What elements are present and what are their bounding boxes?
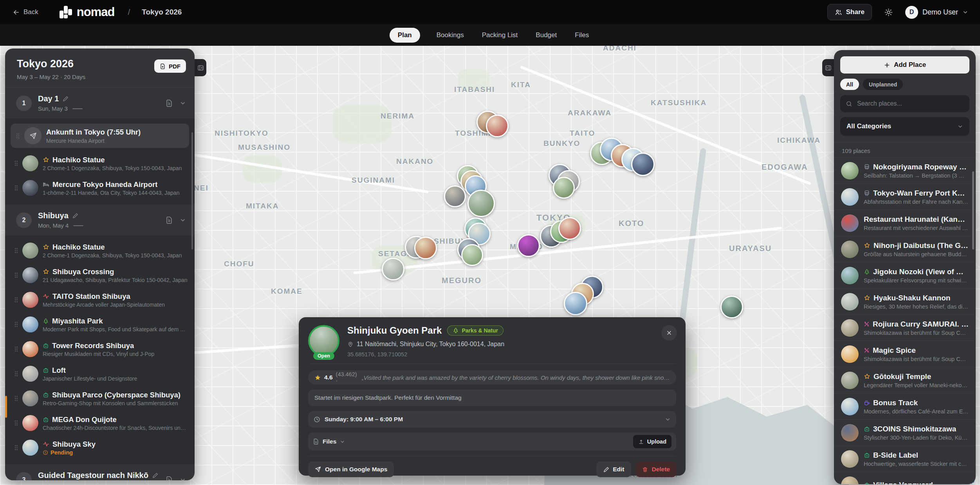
- itinerary-place-row[interactable]: MEGA Don Quijote Chaotischer 24h-Discoun…: [5, 411, 195, 435]
- map-marker[interactable]: [444, 185, 466, 207]
- day-header[interactable]: 3 Guided Tagestour nach Nikkō Tue, May 5: [5, 464, 195, 480]
- day-notes-icon[interactable]: [165, 99, 173, 107]
- upload-button[interactable]: Upload: [633, 435, 671, 448]
- delete-button[interactable]: Delete: [636, 462, 676, 477]
- map-marker[interactable]: [631, 153, 655, 176]
- collapse-left-panel-button[interactable]: [195, 59, 206, 76]
- export-pdf-button[interactable]: PDF: [154, 59, 186, 73]
- drag-handle-icon[interactable]: [14, 346, 18, 352]
- itinerary-event-card[interactable]: Ankunft in Tokyo (7:55 Uhr) Mercure Hane…: [11, 124, 189, 148]
- place-subtitle: Moderner Park mit Shops, Food und Skatep…: [43, 326, 188, 332]
- tab-plan[interactable]: Plan: [390, 28, 420, 43]
- tab-packing-list[interactable]: Packing List: [480, 28, 520, 43]
- opening-hours-row[interactable]: Sunday: 9:00 AM – 6:00 PM: [308, 411, 676, 428]
- tab-files[interactable]: Files: [573, 28, 590, 43]
- itinerary-place-row[interactable]: Shibuya Crossing 21 Udagawacho, Shibuya,…: [5, 263, 195, 287]
- place-list-item[interactable]: Tokyo-Wan Ferry Port Kuriha... Abfahrtss…: [834, 183, 976, 210]
- edit-day-icon[interactable]: [72, 213, 78, 219]
- map-marker[interactable]: [553, 177, 575, 199]
- drag-handle-icon[interactable]: [16, 133, 20, 139]
- itinerary-place-row[interactable]: Loft Japanischer Lifestyle- und Designst…: [5, 361, 195, 386]
- itinerary-place-row[interactable]: Mercure Tokyo Haneda Airport 1-chōme-2-1…: [5, 176, 195, 200]
- itinerary-place-row[interactable]: Shibuya Sky Pending: [5, 435, 195, 460]
- filter-unplanned[interactable]: Unplanned: [863, 79, 903, 90]
- map-marker[interactable]: [467, 190, 495, 217]
- search-input[interactable]: [856, 100, 964, 108]
- itinerary-place-row[interactable]: Hachiko Statue 2 Chome-1 Dogenzaka, Shib…: [5, 238, 195, 263]
- chevron-down-icon[interactable]: [180, 477, 186, 481]
- category-select[interactable]: All Categories: [840, 117, 969, 136]
- itinerary-place-row[interactable]: Tower Records Shibuya Riesiger Musiklade…: [5, 337, 195, 361]
- place-list-item[interactable]: Village Vanguard: [834, 472, 976, 484]
- map-marker[interactable]: [558, 217, 581, 240]
- files-row[interactable]: Files Upload: [308, 433, 676, 451]
- drag-handle-icon[interactable]: [14, 322, 18, 327]
- resize-handle[interactable]: [0, 416, 2, 426]
- add-place-button[interactable]: Add Place: [840, 56, 969, 74]
- place-list-item[interactable]: Nihon-ji Daibutsu (The Great ... Größte …: [834, 236, 976, 262]
- itinerary-place-row[interactable]: TAITO Station Shibuya Mehrstöckige Arcad…: [5, 287, 195, 312]
- map-marker[interactable]: [414, 237, 437, 259]
- scrollbar-thumb[interactable]: [972, 171, 974, 250]
- day-header[interactable]: 1 Day 1 Sun, May 3: [5, 88, 195, 119]
- back-button[interactable]: Back: [10, 8, 41, 16]
- tab-bookings[interactable]: Bookings: [435, 28, 466, 43]
- map-marker[interactable]: [564, 292, 587, 315]
- map-marker[interactable]: [517, 234, 540, 257]
- place-subtitle: Legendärer Tempel voller Maneki-neko (..…: [864, 382, 969, 388]
- map-marker[interactable]: [486, 115, 509, 137]
- map-marker[interactable]: [720, 296, 743, 318]
- share-button[interactable]: Share: [827, 4, 872, 20]
- drag-handle-icon[interactable]: [14, 371, 18, 377]
- map-marker[interactable]: [382, 258, 404, 280]
- place-photo: [22, 155, 38, 171]
- open-google-maps-button[interactable]: Open in Google Maps: [308, 462, 394, 477]
- place-list-item[interactable]: Bonus Track Modernes, dörfliches Café-Ar…: [834, 393, 976, 419]
- rating-review-bar[interactable]: 4.6 (43.462) · „Visited the park and was…: [308, 370, 676, 384]
- day-header[interactable]: 2 Shibuya Mon, May 4: [5, 205, 195, 235]
- edit-day-icon[interactable]: [152, 472, 158, 478]
- place-list-item[interactable]: B-Side Label Hochwertige, wasserfeste St…: [834, 445, 976, 472]
- day-notes-icon[interactable]: [165, 216, 173, 224]
- chevron-down-icon[interactable]: [180, 217, 186, 223]
- map-marker[interactable]: [461, 244, 483, 266]
- edit-day-icon[interactable]: [63, 96, 69, 102]
- place-list-item[interactable]: Gōtokuji Temple Legendärer Tempel voller…: [834, 367, 976, 393]
- itinerary-place-row[interactable]: Miyashita Park Moderner Park mit Shops, …: [5, 312, 195, 337]
- edit-button[interactable]: Edit: [596, 462, 631, 477]
- place-list-item[interactable]: 3COINS Shimokitazawa Stylischer 300-Yen-…: [834, 419, 976, 445]
- drag-handle-icon[interactable]: [14, 420, 18, 426]
- place-list-item[interactable]: Restaurant Harunatei (Kanaya Po... Resta…: [834, 210, 976, 236]
- filter-all[interactable]: All: [840, 79, 859, 90]
- itinerary-place-row[interactable]: Shibuya Parco (Cyberspace Shibuya) Retro…: [5, 386, 195, 411]
- note-input[interactable]: Startet im riesigen Stadtpark. Perfekt f…: [308, 390, 676, 406]
- drag-handle-icon[interactable]: [14, 272, 18, 278]
- app-logo[interactable]: nomad: [59, 5, 115, 19]
- tab-budget[interactable]: Budget: [534, 28, 558, 43]
- scrollbar-thumb[interactable]: [191, 132, 193, 250]
- itinerary-place-row[interactable]: Hachiko Statue 2 Chome-1 Dogenzaka, Shib…: [5, 151, 195, 176]
- theme-toggle-sun-icon[interactable]: [882, 8, 895, 17]
- drag-handle-icon[interactable]: [14, 445, 18, 451]
- chevron-down-icon[interactable]: [180, 100, 186, 106]
- place-list-item[interactable]: Magic Spice Shimokitazawa ist berühmt fü…: [834, 341, 976, 367]
- user-menu[interactable]: D Demo User: [905, 6, 968, 19]
- trip-dates: May 3 – May 22 · 20 Days: [17, 74, 186, 80]
- place-photo: [841, 293, 859, 311]
- collapse-right-panel-button[interactable]: [822, 59, 834, 76]
- day-notes-icon[interactable]: [165, 476, 173, 481]
- drag-handle-icon[interactable]: [14, 160, 18, 166]
- place-list-item[interactable]: Rojiura Curry SAMURAI. Shim... Shimokita…: [834, 314, 976, 341]
- drag-handle-icon[interactable]: [14, 395, 18, 401]
- place-subtitle: Spektakulärer Felsvorsprung mit schwind.…: [864, 277, 969, 284]
- drag-handle-icon[interactable]: [14, 297, 18, 303]
- place-photo: [841, 214, 859, 232]
- drag-handle-icon[interactable]: [14, 185, 18, 191]
- place-photo: [841, 476, 859, 485]
- tabs-bar: PlanBookingsPacking ListBudgetFiles: [0, 24, 980, 46]
- place-list-item[interactable]: Jigoku Nozoki (View of Hell) Spektakulär…: [834, 262, 976, 288]
- place-list-item[interactable]: Hyaku-Shaku Kannon Riesiges, 30 Meter ho…: [834, 288, 976, 314]
- place-list-item[interactable]: Nokogiriyama Ropeway Sum... Seilbahn: Ta…: [834, 157, 976, 183]
- drag-handle-icon[interactable]: [14, 248, 18, 253]
- close-icon[interactable]: [661, 325, 677, 341]
